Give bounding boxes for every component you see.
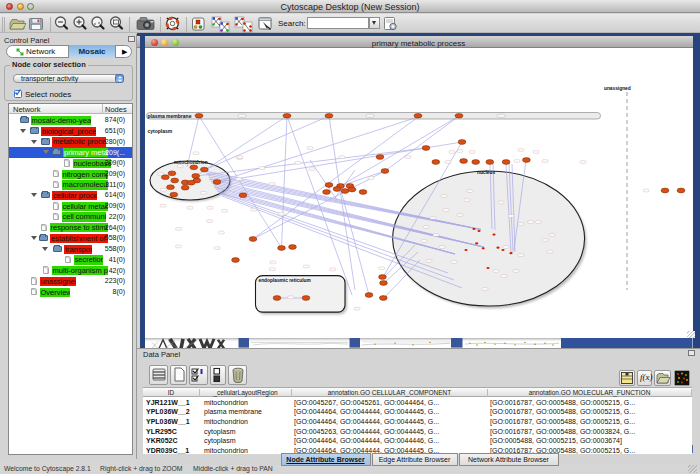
svg-text:unassigned: unassigned — [604, 86, 631, 91]
svg-text:nucleus: nucleus — [477, 170, 495, 175]
svg-text:plasma membrane: plasma membrane — [148, 113, 192, 119]
svg-text:mitochondrion: mitochondrion — [174, 160, 208, 165]
svg-text:cytoplasm: cytoplasm — [148, 128, 173, 134]
svg-text:endoplasmic reticulum: endoplasmic reticulum — [259, 278, 311, 283]
